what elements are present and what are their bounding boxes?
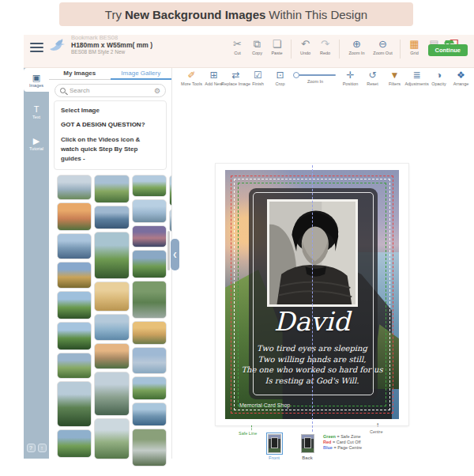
- back-label: Back: [302, 455, 312, 460]
- gallery-thumbnail-green-valley-lake[interactable]: [57, 291, 92, 319]
- gallery-thumbnail-church-sky[interactable]: [132, 199, 167, 223]
- sidebar-tab-tutorial-label: Tutorial: [29, 146, 43, 151]
- gallery-thumbnail-lake-mountain[interactable]: [57, 233, 92, 259]
- zoom-in-button[interactable]: ⊕Zoom In: [344, 38, 369, 55]
- menu-icon[interactable]: [30, 43, 43, 53]
- gallery-thumbnail-sea-stack-cliffs[interactable]: [94, 372, 129, 416]
- zoom-out-button-icon: ⊖: [378, 38, 387, 50]
- poem-line: The one who worked so hard for us: [225, 365, 399, 376]
- poem-text[interactable]: Two tired eyes are sleepingTwo willing h…: [225, 343, 399, 386]
- opacity-button[interactable]: ◑Opacity: [430, 70, 448, 86]
- continue-button[interactable]: Continue: [428, 44, 468, 56]
- tab-image-gallery[interactable]: Image Gallery: [111, 68, 172, 79]
- gallery-thumbnail-sunset-river-tower[interactable]: [57, 202, 92, 231]
- gallery-thumbnail-sunset-lighthouse[interactable]: [132, 321, 167, 345]
- legend-row-red: Red = Card Cut Off: [323, 440, 362, 445]
- gallery-thumbnail-sky-water-reflection[interactable]: [94, 314, 129, 341]
- gallery-thumbnail-valley-aerial[interactable]: [94, 232, 129, 279]
- gallery-thumbnail-rainbow-field[interactable]: [132, 250, 167, 278]
- sidebar-tab-text[interactable]: TText: [24, 100, 49, 123]
- sidebar-tab-images[interactable]: ▣Images: [24, 68, 49, 92]
- add-new-button[interactable]: ⊞Add New: [205, 70, 223, 86]
- thumbnail-grid: [49, 175, 171, 476]
- redo-button[interactable]: ↷Redo: [316, 38, 334, 55]
- search-options-icon[interactable]: ⚙: [154, 87, 160, 95]
- filters-button[interactable]: ▼Filters: [386, 70, 404, 86]
- zoom-slider-label: Zoom In: [307, 79, 323, 84]
- position-button[interactable]: ✛Position: [341, 70, 359, 86]
- grid-button[interactable]: ▦Grid: [405, 38, 423, 55]
- adjustments-button[interactable]: ≣Adjustments: [408, 70, 426, 86]
- zoom-in-button-label: Zoom In: [348, 51, 364, 55]
- redo-button-icon: ↷: [321, 38, 329, 50]
- gallery-thumbnail-rainbow-sky[interactable]: [132, 347, 167, 374]
- arrange-button-icon: ❖: [457, 70, 465, 81]
- undo-button[interactable]: ↶Undo: [296, 38, 314, 55]
- gallery-thumbnail-coast-sunset[interactable]: [94, 343, 129, 369]
- help-button[interactable]: ?: [27, 444, 36, 452]
- sidebar-tab-tutorial[interactable]: ▶Tutorial: [24, 131, 49, 155]
- scroll-top-button[interactable]: ↑: [38, 444, 47, 452]
- gallery-thumbnail-cliffs-of-moher[interactable]: [57, 381, 92, 427]
- panel-scrollbar[interactable]: [167, 231, 170, 270]
- page-thumb-front[interactable]: Front: [265, 434, 283, 460]
- position-button-icon: ✛: [346, 70, 354, 81]
- page-thumb-back[interactable]: Back: [299, 434, 316, 460]
- gallery-thumbnail-double-rainbow-field[interactable]: [57, 353, 92, 379]
- panel-collapse-handle[interactable]: ❮: [171, 239, 179, 270]
- paste-button[interactable]: ❏Paste: [268, 38, 286, 55]
- design-page: David Two tired eyes are sleepingTwo wil…: [216, 164, 408, 425]
- sidebar-tab-tutorial-icon: ▶: [33, 136, 40, 145]
- legend-key-blue: Blue: [323, 445, 333, 450]
- search-input[interactable]: [70, 87, 154, 94]
- replace-image-button[interactable]: ⇄Replace Image: [227, 70, 245, 86]
- gallery-thumbnail-rocky-waterfall[interactable]: [132, 429, 167, 467]
- background-image[interactable]: David Two tired eyes are sleepingTwo wil…: [225, 170, 399, 419]
- select-image-label: Select Image: [61, 107, 160, 114]
- finish-button[interactable]: ☑Finish: [249, 70, 267, 86]
- zoom-slider-track[interactable]: [295, 74, 336, 76]
- poem-line: Two tired eyes are sleeping: [225, 343, 399, 354]
- gallery-thumbnail-coastal-bay[interactable]: [132, 402, 167, 426]
- paste-button-label: Paste: [271, 51, 282, 55]
- gallery-thumbnail-misty-green-hills[interactable]: [94, 418, 129, 459]
- arrange-button-label: Arrange: [453, 81, 469, 86]
- opacity-button-icon: ◑: [436, 70, 442, 81]
- gallery-thumbnail-village-rainbow[interactable]: [94, 175, 129, 203]
- front-page-preview: [268, 434, 281, 453]
- deceased-name-text[interactable]: David: [225, 306, 399, 338]
- tab-my-images[interactable]: My Images: [49, 68, 111, 79]
- gallery-thumbnail-green-valley-lake-2[interactable]: [57, 322, 92, 350]
- gallery-thumbnail-rainbow-meadow[interactable]: [57, 429, 92, 458]
- finish-button-label: Finish: [252, 81, 264, 86]
- gallery-thumbnail-mountain-lake-reflection[interactable]: [94, 206, 129, 229]
- reset-button[interactable]: ↺Reset: [363, 70, 382, 86]
- gallery-thumbnail-meadow-sky[interactable]: [132, 175, 167, 197]
- gallery-thumbnail-misty-mountain[interactable]: [169, 209, 171, 232]
- poem-line: Is resting at God's Will.: [225, 376, 399, 387]
- portrait-photo[interactable]: [267, 199, 358, 307]
- gallery-thumbnail-misty-cliffs[interactable]: [57, 175, 92, 200]
- gallery-thumbnail-green-valley-view[interactable]: [169, 175, 171, 206]
- arrange-button[interactable]: ❖Arrange: [452, 70, 470, 86]
- crop-button[interactable]: ⊡Crop: [271, 70, 289, 86]
- gallery-thumbnail-golden-blur[interactable]: [94, 281, 129, 312]
- cart-icon: [443, 36, 453, 43]
- legend-row-blue: Blue = Page Centre: [323, 445, 362, 451]
- toolbar-divider: [291, 40, 292, 59]
- more-tools-button[interactable]: ✐More Tools: [182, 70, 201, 86]
- gallery-thumbnail-patchwork-fields[interactable]: [132, 376, 167, 400]
- gallery-thumbnail-golden-hill[interactable]: [57, 262, 92, 289]
- undo-button-label: Undo: [300, 51, 310, 55]
- zoom-slider-knob[interactable]: [293, 72, 299, 78]
- gallery-thumbnail-forest-stream[interactable]: [132, 281, 167, 319]
- zoom-out-button[interactable]: ⊖Zoom Out: [371, 38, 395, 55]
- add-new-button-label: Add New: [205, 81, 222, 86]
- safe-line-tick: [251, 425, 252, 430]
- replace-image-button-label: Replace Image: [221, 81, 250, 86]
- gallery-thumbnail-purple-sunset-sea[interactable]: [132, 225, 167, 247]
- cut-button[interactable]: ✂Cut: [228, 38, 246, 55]
- sidebar-tab-images-icon: ▣: [32, 73, 40, 82]
- filters-button-label: Filters: [389, 81, 401, 86]
- copy-button[interactable]: ⧉Copy: [248, 38, 266, 55]
